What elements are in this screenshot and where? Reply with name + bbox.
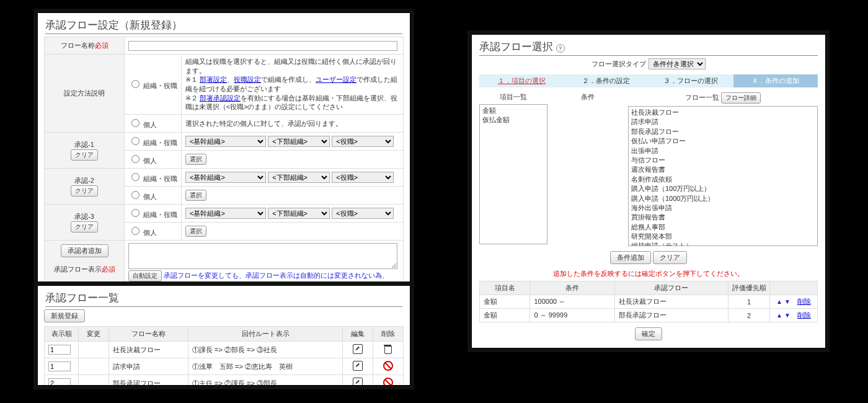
approve3-label: 承認-3 [74, 213, 94, 220]
list-item[interactable]: 購入申請（100万円以上） [631, 184, 815, 193]
a3-sub-select[interactable]: <下部組織> [268, 208, 330, 219]
panel1-title: 承認フロー設定（新規登録） [45, 18, 402, 34]
table-row: 請求申請 ①浅草 五郎 => ②恵比寿 英樹 [45, 358, 404, 375]
list-item[interactable]: 部長承認フロー [631, 127, 815, 136]
up-icon[interactable]: ▲ [776, 298, 782, 305]
a2-base-select[interactable]: <基幹組織> [185, 172, 266, 183]
help-icon[interactable]: ? [556, 44, 565, 53]
order-input[interactable] [48, 361, 71, 371]
approve2-clear-button[interactable]: クリア [71, 185, 98, 197]
role-settings-link[interactable]: 役職設定 [234, 76, 261, 83]
step-4[interactable]: ４．条件の追加 [733, 74, 818, 87]
dept-settings-link[interactable]: 部署設定 [200, 76, 227, 83]
dept-approve-link[interactable]: 部署承認設定 [200, 94, 241, 102]
cond-label: 条件 [554, 92, 622, 102]
auto-set-button[interactable]: 自動設定 [128, 270, 162, 281]
delete-link[interactable]: 削除 [797, 311, 811, 319]
flow-display-textarea[interactable] [128, 243, 397, 269]
list-item[interactable]: 名刺作成依頼 [631, 175, 815, 184]
a1-sub-select[interactable]: <下部組織> [268, 136, 330, 147]
table-row: 金額 0 ～ 99999 部長承認フロー 2 ▲ ▼ 削除 [480, 309, 818, 322]
a2-org-radio[interactable] [131, 173, 140, 181]
a2-select-button[interactable]: 選択 [185, 190, 206, 201]
method-org-radio[interactable] [131, 80, 140, 88]
settings-form: フロー名称必須 設定方法説明 組織・役職 組織又は役職を選択すると、組織又は役職… [44, 37, 404, 308]
approve1-clear-button[interactable]: クリア [71, 149, 98, 161]
wizard-steps: １．項目の選択 ２．条件の設定 ３．フローの選択 ４．条件の追加 [479, 74, 818, 87]
edit-icon[interactable] [353, 361, 363, 371]
up-icon[interactable]: ▲ [776, 312, 782, 319]
a3-role-select[interactable]: <役職> [332, 208, 394, 219]
list-item[interactable]: 総括申請（テスト） [631, 241, 815, 246]
flow-name-input[interactable] [128, 41, 397, 51]
items-label: 項目一覧 [479, 92, 547, 102]
flows-label: フロー一覧 [685, 94, 719, 101]
a2-role-select[interactable]: <役職> [332, 172, 394, 183]
step-2[interactable]: ２．条件の設定 [564, 74, 649, 87]
step-1[interactable]: １．項目の選択 [479, 74, 564, 87]
select-type-select[interactable]: 条件付き選択 [649, 58, 706, 69]
prohibit-icon[interactable] [383, 361, 393, 371]
row-route: ①浅草 五郎 => ②恵比寿 英樹 [188, 358, 343, 375]
flow-name-label: フロー名称 [61, 42, 95, 49]
list-item[interactable]: 購入申請（1000万円以上） [631, 194, 815, 203]
a2-sub-select[interactable]: <下部組織> [268, 172, 330, 183]
table-row: 部長承認フロー ①主任 => ②課長 => ③部長 [45, 375, 404, 386]
list-item[interactable]: 研究開発本部 [631, 232, 815, 241]
required-mark: 必須 [95, 42, 108, 49]
condition-table: 項目名 条件 承認フロー 評価優先順 金額 100000 ～ 社長決裁フロー 1… [479, 281, 818, 322]
panel3-title: 承認フロー選択 ? [479, 40, 818, 56]
edit-icon[interactable] [353, 378, 363, 386]
flow-detail-button[interactable]: フロー詳細 [721, 92, 761, 104]
add-approver-button[interactable]: 承認者追加 [61, 244, 108, 257]
down-icon[interactable]: ▼ [784, 312, 790, 319]
confirm-button[interactable]: 確定 [635, 327, 662, 340]
list-item[interactable]: 与信フロー [631, 156, 815, 165]
list-item[interactable]: 仮払い申請フロー [631, 136, 815, 146]
a2-indiv-radio[interactable] [131, 191, 140, 199]
a3-indiv-radio[interactable] [131, 227, 140, 235]
a3-org-radio[interactable] [131, 209, 140, 217]
a1-indiv-radio[interactable] [131, 155, 140, 163]
a3-select-button[interactable]: 選択 [185, 226, 206, 237]
a1-base-select[interactable]: <基幹組織> [185, 136, 266, 147]
approve3-clear-button[interactable]: クリア [71, 221, 98, 232]
new-register-button[interactable]: 新規登録 [44, 309, 85, 322]
prohibit-icon[interactable] [383, 378, 393, 386]
a3-base-select[interactable]: <基幹組織> [185, 208, 266, 219]
list-item[interactable]: 請求申請 [631, 117, 815, 126]
table-row: 金額 100000 ～ 社長決裁フロー 1 ▲ ▼ 削除 [480, 295, 818, 309]
row-name: 請求申請 [109, 358, 188, 375]
order-input[interactable] [48, 378, 71, 386]
table-row: 社長決裁フロー ①課長 => ②部長 => ③社長 [45, 342, 404, 358]
list-item[interactable]: 総務人事部 [631, 223, 815, 232]
items-listbox[interactable]: 金額仮払金額 [479, 104, 547, 244]
row-name: 社長決裁フロー [109, 342, 188, 358]
approve2-label: 承認-2 [74, 177, 94, 184]
a1-select-button[interactable]: 選択 [185, 154, 206, 165]
flows-listbox[interactable]: 社長決裁フロー請求申請部長承認フロー仮払い申請フロー出張申請与信フロー週次報告書… [628, 106, 818, 246]
method-desc-label: 設定方法説明 [45, 55, 125, 133]
list-item[interactable]: 週次報告書 [631, 165, 815, 174]
list-item[interactable]: 買掛報告書 [631, 213, 815, 222]
trash-icon[interactable] [384, 345, 392, 353]
delete-link[interactable]: 削除 [797, 298, 811, 305]
add-condition-button[interactable]: 条件追加 [610, 251, 651, 264]
row-name: 部長承認フロー [109, 375, 188, 386]
edit-icon[interactable] [353, 344, 363, 354]
order-input[interactable] [48, 345, 71, 355]
list-item[interactable]: 海外出張申請 [631, 203, 815, 213]
list-item[interactable]: 出張申請 [631, 146, 815, 156]
warn-text: 追加した条件を反映するには確定ボタンを押下してください。 [472, 269, 825, 278]
down-icon[interactable]: ▼ [784, 298, 790, 305]
flow-display-label: 承認フロー表示 [54, 265, 102, 273]
user-settings-link[interactable]: ユーザー設定 [316, 76, 356, 83]
method-indiv-radio[interactable] [131, 119, 140, 127]
list-item[interactable]: 社長決裁フロー [631, 108, 815, 117]
clear-button[interactable]: クリア [653, 251, 687, 264]
list-item[interactable]: 金額 [482, 106, 544, 115]
step-3[interactable]: ３．フローの選択 [649, 74, 733, 87]
a1-org-radio[interactable] [131, 137, 140, 145]
list-item[interactable]: 仮払金額 [482, 115, 544, 125]
a1-role-select[interactable]: <役職> [332, 136, 394, 147]
